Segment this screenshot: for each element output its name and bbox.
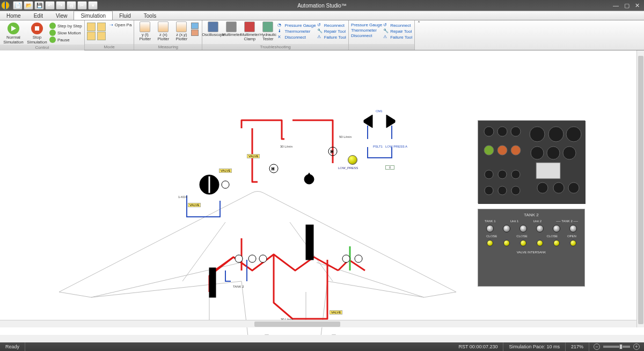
tag-valve-2: VALVE xyxy=(219,169,232,173)
qat-new-icon[interactable]: 📄 xyxy=(13,1,23,10)
svg-point-51 xyxy=(498,186,507,195)
svg-rect-2 xyxy=(35,26,39,31)
label-cm1: CM1 xyxy=(376,109,383,113)
wrench-icon: 🔧 xyxy=(317,28,323,34)
vertical-scrollbar[interactable] xyxy=(636,50,644,327)
hydraulic-tester-button[interactable]: Hydraulic Tester xyxy=(259,21,276,41)
reconnect-link-2[interactable]: ↺Reconnect xyxy=(383,23,412,28)
y-plotter-button[interactable]: y (t) Plotter xyxy=(136,21,153,41)
measuring-extra-1[interactable] xyxy=(191,23,199,29)
zoom-out-button[interactable]: − xyxy=(594,343,600,350)
normal-simulation-button[interactable]: Normal Simulation xyxy=(2,21,25,45)
qat-dropdown-icon[interactable]: ▾ xyxy=(88,1,98,10)
group-label-control: Control xyxy=(0,45,84,50)
ribbon-group-mode: ⇢Open Pa Mode xyxy=(85,20,135,50)
tank-toggle-2[interactable] xyxy=(503,225,510,232)
tank-lamp-1 xyxy=(487,240,493,246)
thermometer-link[interactable]: 🌡Thermometer xyxy=(277,28,316,34)
svg-point-54 xyxy=(553,182,564,193)
tab-simulation[interactable]: Simulation xyxy=(74,11,113,20)
tag-valve-1: VALVE xyxy=(247,154,260,158)
horizontal-scrollbar[interactable] xyxy=(0,320,636,327)
svg-point-23 xyxy=(355,255,362,262)
step-by-step-button[interactable]: Step by Step xyxy=(49,23,82,29)
vscroll-thumb[interactable] xyxy=(638,56,643,324)
minimize-button[interactable]: — xyxy=(613,2,619,9)
pressure-gauge-link-2[interactable]: Pressure Gauge xyxy=(351,23,382,27)
failure-tool-link-2[interactable]: ⚠Failure Tool xyxy=(383,34,412,40)
group-label-troubleshooting: Troubleshooting xyxy=(202,44,348,50)
zoom-in-button[interactable]: + xyxy=(633,343,640,350)
gauge-icon: ◔ xyxy=(277,23,283,28)
tab-fluid[interactable]: Fluid xyxy=(113,11,137,20)
failure-icon: ⚠ xyxy=(317,34,323,40)
xy-plotter-button[interactable]: z (x,y) Plotter xyxy=(173,21,190,41)
status-rst: RST 00:00:07.230 xyxy=(453,342,504,351)
disconnect-link[interactable]: ⨯Disconnect xyxy=(277,34,316,40)
pressure-gauge-link[interactable]: ◔Pressure Gauge xyxy=(277,23,316,28)
mode-btn-2[interactable] xyxy=(87,32,108,40)
ribbon-group-troubleshooting: Oscilloscope Multimeter Multimeter Clamp… xyxy=(202,20,348,50)
cockpit-panel[interactable] xyxy=(478,120,585,203)
tab-view[interactable]: View xyxy=(49,11,74,20)
multimeter-clamp-button[interactable]: Multimeter Clamp xyxy=(241,21,258,41)
ribbon-collapse-button[interactable]: ˄ xyxy=(415,20,422,50)
qat-print-icon[interactable]: 🖨 xyxy=(67,1,76,10)
oscilloscope-button[interactable]: Oscilloscope xyxy=(204,21,222,37)
failure-tool-link[interactable]: ⚠Failure Tool xyxy=(317,34,346,40)
tank-toggle-5[interactable] xyxy=(553,225,560,232)
svg-text:H: H xyxy=(331,150,333,153)
svg-marker-1 xyxy=(11,26,16,31)
repair-tool-link[interactable]: 🔧Repair Tool xyxy=(317,28,346,34)
tank-toggle-4[interactable] xyxy=(536,225,544,232)
tab-edit[interactable]: Edit xyxy=(27,11,49,20)
qat-redo-icon[interactable]: ↷ xyxy=(56,1,65,10)
close-button[interactable]: ✕ xyxy=(635,2,640,9)
tag-valve-4: VALVE xyxy=(330,310,342,315)
qat-open-icon[interactable]: 📂 xyxy=(24,1,33,10)
svg-point-40 xyxy=(484,145,494,155)
svg-point-43 xyxy=(531,147,544,159)
maximize-button[interactable]: ▢ xyxy=(624,2,630,9)
app-logo-icon xyxy=(0,0,11,11)
tank-toggle-3[interactable] xyxy=(519,225,527,232)
svg-point-45 xyxy=(563,147,576,159)
pause-button[interactable]: Pause xyxy=(49,36,82,43)
qat-cut-icon[interactable]: ✂ xyxy=(77,1,87,10)
svg-point-48 xyxy=(498,170,507,179)
qat-save-icon[interactable]: 💾 xyxy=(34,1,44,10)
tab-home[interactable]: Home xyxy=(0,11,27,20)
slow-motion-button[interactable]: Slow Motion xyxy=(49,30,82,36)
ribbon-group-measuring: y (t) Plotter z (x) Plotter z (x,y) Plot… xyxy=(134,20,202,50)
thermometer-link-2[interactable]: Thermometer xyxy=(351,28,382,33)
status-bar: Ready RST 00:00:07.230 Simulation Pace: … xyxy=(0,342,644,351)
schematic-canvas[interactable]: H H H H xyxy=(0,50,644,335)
qat-undo-icon[interactable]: ↶ xyxy=(45,1,55,10)
measuring-extra-2[interactable] xyxy=(191,30,199,36)
stop-simulation-button[interactable]: Stop Simulation xyxy=(26,21,48,45)
tab-tools[interactable]: Tools xyxy=(137,11,163,20)
svg-rect-46 xyxy=(536,163,560,179)
hscroll-thumb[interactable] xyxy=(254,321,340,327)
zoom-slider[interactable] xyxy=(603,346,630,348)
tank-control-panel[interactable]: TANK 2 TANK 1 Unit 1 Unit 2 ── TANK 2 ──… xyxy=(478,209,585,287)
group-label-mode: Mode xyxy=(85,44,134,50)
svg-point-37 xyxy=(530,127,545,142)
label-psi: PSLT1 xyxy=(373,145,383,148)
readout-low-press: 0 xyxy=(385,165,394,170)
reconnect-link[interactable]: ↺Reconnect xyxy=(317,23,346,28)
repair-tool-link-2[interactable]: 🔧Repair Tool xyxy=(383,28,412,34)
open-panel-button[interactable]: ⇢Open Pa xyxy=(109,23,132,27)
tank-intersank-label: VALVE INTERSANK xyxy=(481,251,581,254)
disconnect-link-2[interactable]: Disconnect xyxy=(351,33,382,38)
status-ready: Ready xyxy=(0,342,25,351)
status-zoom: 217% xyxy=(566,342,589,351)
svg-point-55 xyxy=(568,182,579,193)
workspace[interactable]: H H H H xyxy=(0,50,644,335)
reconnect-icon: ↺ xyxy=(317,23,323,28)
mode-btn-1[interactable] xyxy=(87,23,108,31)
tank-toggle-1[interactable] xyxy=(486,225,494,232)
z-plotter-button[interactable]: z (x) Plotter xyxy=(155,21,172,41)
multimeter-button[interactable]: Multimeter xyxy=(223,21,240,37)
tank-toggle-6[interactable] xyxy=(569,225,577,232)
